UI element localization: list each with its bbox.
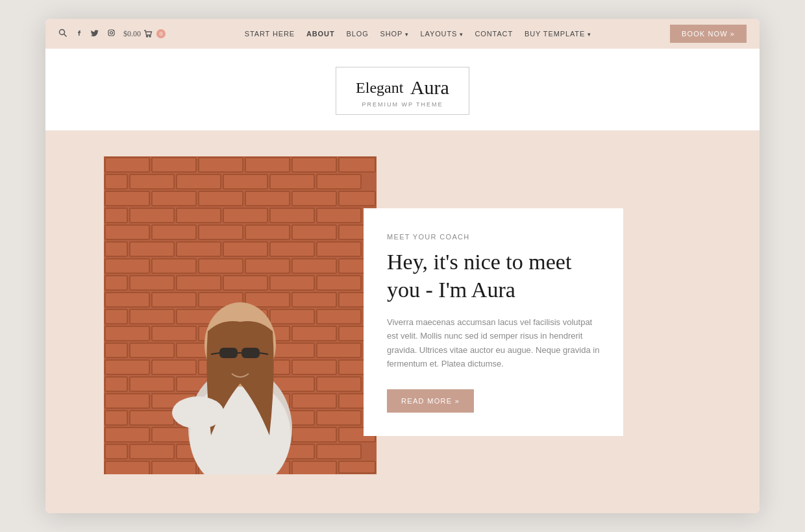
svg-rect-120 (292, 461, 336, 474)
search-icon[interactable] (58, 29, 67, 40)
read-more-button[interactable]: READ MORE » (387, 389, 474, 413)
svg-rect-68 (105, 326, 149, 341)
svg-point-5 (147, 36, 148, 37)
hero-body-text: Viverra maecenas accumsan lacus vel faci… (387, 315, 600, 371)
svg-rect-69 (152, 326, 196, 341)
svg-rect-66 (270, 309, 314, 324)
svg-rect-48 (292, 259, 336, 273)
svg-rect-104 (105, 428, 149, 442)
svg-rect-8 (105, 158, 149, 172)
svg-rect-52 (177, 276, 221, 290)
svg-rect-81 (152, 360, 196, 374)
logo-box: Elegant Aura PREMIUM WP THEME (336, 67, 469, 115)
svg-rect-79 (317, 343, 361, 357)
nav-start-here[interactable]: START HERE (245, 30, 295, 38)
svg-rect-60 (292, 293, 336, 307)
svg-rect-26 (105, 208, 127, 223)
logo-subtitle: PREMIUM WP THEME (356, 101, 449, 108)
svg-point-130 (172, 396, 224, 429)
svg-rect-54 (270, 276, 314, 290)
svg-rect-11 (245, 158, 290, 172)
svg-rect-36 (292, 225, 336, 239)
svg-rect-111 (130, 444, 174, 459)
svg-rect-43 (317, 242, 361, 256)
svg-rect-74 (105, 343, 127, 357)
svg-rect-96 (292, 394, 336, 408)
svg-rect-62 (105, 309, 127, 324)
svg-rect-116 (105, 461, 149, 474)
svg-rect-121 (339, 461, 375, 473)
svg-rect-117 (152, 461, 196, 474)
svg-rect-99 (130, 411, 174, 425)
twitter-icon[interactable] (91, 29, 99, 40)
svg-rect-18 (270, 175, 314, 189)
svg-rect-35 (245, 225, 290, 239)
svg-rect-103 (317, 411, 361, 425)
cart-button[interactable]: $0.00 0 (123, 29, 166, 39)
svg-rect-28 (177, 208, 221, 223)
cart-count: 0 (156, 29, 166, 38)
svg-rect-10 (199, 158, 243, 172)
svg-rect-50 (105, 276, 127, 290)
instagram-icon[interactable] (107, 29, 116, 40)
svg-rect-14 (105, 175, 127, 189)
top-bar-left: $0.00 0 (58, 29, 166, 40)
logo-script: Aura (410, 77, 449, 99)
book-now-button[interactable]: BOOK NOW » (670, 25, 747, 43)
svg-rect-87 (130, 377, 174, 391)
logo-title: Elegant Aura (356, 77, 449, 99)
svg-rect-75 (130, 343, 174, 357)
browser-frame: $0.00 0 START HERE ABOUT BLOG SHOP LAYOU… (45, 19, 760, 513)
svg-rect-126 (242, 348, 260, 358)
svg-rect-23 (245, 191, 290, 206)
svg-rect-13 (339, 158, 375, 172)
svg-rect-86 (105, 377, 127, 391)
svg-point-3 (110, 31, 113, 34)
nav-buy-template[interactable]: BUY TEMPLATE (525, 30, 591, 38)
svg-rect-15 (130, 175, 174, 189)
nav-contact[interactable]: CONTACT (475, 30, 514, 38)
svg-rect-38 (105, 242, 127, 256)
svg-rect-45 (152, 259, 196, 273)
svg-rect-53 (223, 276, 267, 290)
svg-rect-84 (292, 360, 336, 374)
hero-headline: Hey, it's nice to meet you - I'm Aura (387, 248, 600, 304)
nav-shop[interactable]: SHOP (380, 30, 409, 38)
main-nav: START HERE ABOUT BLOG SHOP LAYOUTS CONTA… (245, 30, 591, 38)
price-display: $0.00 (123, 29, 141, 39)
svg-rect-63 (130, 309, 174, 324)
top-bar: $0.00 0 START HERE ABOUT BLOG SHOP LAYOU… (45, 19, 760, 49)
nav-blog[interactable]: BLOG (346, 30, 368, 38)
svg-rect-31 (317, 208, 361, 223)
svg-rect-17 (223, 175, 267, 189)
hero-photo-container (104, 156, 377, 474)
svg-rect-39 (130, 242, 174, 256)
svg-rect-57 (152, 293, 196, 307)
svg-rect-80 (105, 360, 149, 374)
svg-rect-12 (292, 158, 336, 172)
svg-rect-55 (317, 276, 361, 290)
svg-rect-44 (105, 259, 149, 273)
svg-rect-9 (152, 158, 196, 172)
nav-about[interactable]: ABOUT (306, 30, 335, 38)
logo-area: Elegant Aura PREMIUM WP THEME (45, 49, 760, 130)
facebook-icon[interactable] (75, 29, 83, 40)
nav-layouts[interactable]: LAYOUTS (421, 30, 464, 38)
svg-rect-29 (223, 208, 267, 223)
svg-rect-24 (292, 191, 336, 206)
svg-rect-98 (105, 411, 127, 425)
svg-rect-108 (292, 428, 336, 442)
svg-rect-110 (105, 444, 127, 459)
svg-rect-91 (317, 377, 361, 391)
svg-rect-21 (152, 191, 196, 206)
svg-rect-115 (317, 444, 361, 459)
svg-rect-41 (223, 242, 267, 256)
svg-point-4 (113, 30, 114, 31)
svg-rect-22 (199, 191, 243, 206)
svg-rect-40 (177, 242, 221, 256)
svg-rect-20 (105, 191, 149, 206)
svg-rect-19 (317, 175, 361, 189)
svg-rect-46 (199, 259, 243, 273)
svg-rect-27 (130, 208, 174, 223)
svg-rect-42 (270, 242, 314, 256)
